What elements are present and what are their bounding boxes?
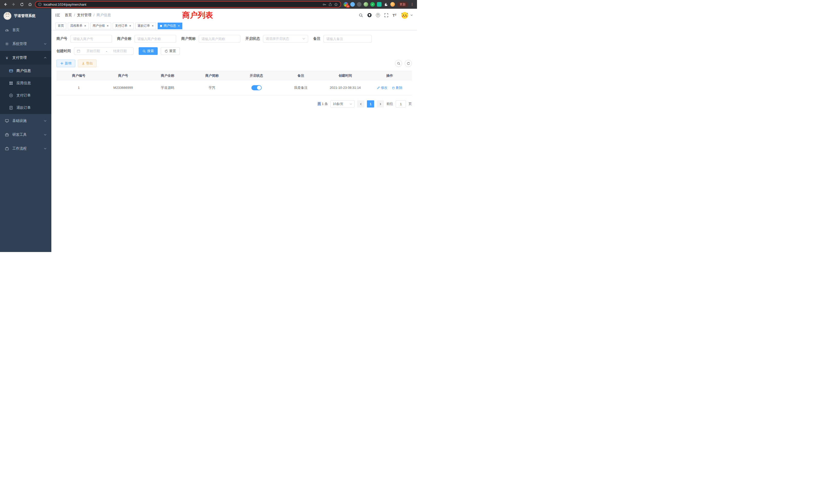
cell-merchant-short: 芋艿	[190, 80, 234, 95]
sidebar-item-infrastructure[interactable]: 基础设施	[0, 114, 51, 128]
sidebar-item-pay-order[interactable]: 支付订单	[0, 89, 51, 101]
date-end-placeholder[interactable]: 结束日期	[109, 49, 131, 53]
search-icon[interactable]	[359, 13, 363, 18]
chevron-down-icon	[44, 42, 47, 45]
tab-close-icon[interactable]: ×	[84, 24, 87, 27]
breadcrumb-separator: /	[74, 13, 75, 17]
sidebar-item-app-info[interactable]: 应用信息	[0, 77, 51, 89]
merchant-name-input[interactable]	[135, 35, 176, 43]
user-avatar-menu[interactable]	[400, 11, 413, 19]
add-button-label: 新增	[65, 61, 71, 66]
tab-label: 商户信息	[163, 24, 176, 28]
status-select[interactable]: 请选择开启状态	[263, 35, 308, 43]
share-icon[interactable]	[328, 3, 332, 6]
page-1-button[interactable]: 1	[367, 100, 374, 108]
refresh-icon	[407, 62, 410, 65]
date-start-placeholder[interactable]: 开始日期	[83, 49, 104, 53]
page-info-icon[interactable]	[38, 3, 42, 6]
cell-actions: 修改 删除	[368, 80, 412, 95]
browser-home-button[interactable]	[27, 1, 34, 8]
browser-update-button[interactable]: 更新	[397, 2, 408, 7]
browser-menu-icon[interactable]	[410, 3, 414, 6]
col-status: 开启状态	[234, 71, 279, 80]
tab-pay-order[interactable]: 支付订单 ×	[113, 23, 134, 29]
tab-merchant-info-active[interactable]: 商户信息 ×	[158, 23, 182, 29]
page-size-select[interactable]: 10条/页	[330, 100, 355, 108]
github-icon[interactable]	[367, 13, 372, 18]
merchant-no-input[interactable]	[70, 35, 112, 43]
remark-input[interactable]	[324, 35, 372, 43]
merchant-short-input[interactable]	[199, 35, 240, 43]
password-key-icon[interactable]	[323, 3, 326, 6]
navbar: 首页 / 支付管理 / 商户信息 商户列表 ?	[51, 9, 417, 22]
pencil-icon	[377, 86, 380, 89]
edit-link[interactable]: 修改	[377, 86, 388, 90]
tab-close-icon[interactable]: ×	[129, 24, 131, 27]
hamburger-icon[interactable]	[56, 13, 60, 17]
sidebar-item-label: 首页	[12, 28, 47, 32]
reset-button[interactable]: 重置	[161, 47, 180, 55]
extension-check-icon[interactable]: ✓	[370, 2, 375, 7]
delete-link-label: 删除	[396, 86, 402, 90]
sidebar-item-system[interactable]: 系统管理	[0, 37, 51, 51]
breadcrumb-item[interactable]: 支付管理	[77, 13, 91, 18]
screen: localhost:1024/pay/merchant 10 ✓	[0, 0, 417, 252]
add-button[interactable]: 新增	[57, 60, 75, 67]
browser-reload-button[interactable]	[19, 1, 25, 8]
status-toggle[interactable]	[251, 85, 262, 90]
check-glyph: ✓	[371, 3, 374, 6]
sidebar-item-refund-order[interactable]: 退款订单	[0, 101, 51, 114]
filter-remark: 备注	[313, 35, 372, 43]
bookmark-star-icon[interactable]	[334, 3, 338, 6]
create-time-range-picker[interactable]: 开始日期 - 结束日期	[74, 47, 133, 55]
total-suffix: 条	[325, 102, 328, 106]
refresh-table-button[interactable]	[405, 60, 412, 67]
tab-close-icon[interactable]: ×	[107, 24, 109, 27]
extension-icon-3[interactable]	[357, 2, 361, 7]
next-page-button[interactable]	[377, 100, 384, 108]
filter-label: 商户全称	[117, 37, 135, 41]
tab-label: 退款订单	[138, 24, 150, 28]
extension-icon-6[interactable]	[377, 2, 381, 7]
search-button[interactable]: 搜索	[139, 47, 158, 55]
font-size-icon[interactable]: TT	[393, 13, 396, 17]
sidebar-item-workflow[interactable]: 工作流程	[0, 142, 51, 156]
show-search-toggle-button[interactable]	[395, 60, 402, 67]
browser-profile-avatar[interactable]	[390, 2, 395, 7]
prev-page-button[interactable]	[357, 100, 364, 108]
export-button[interactable]: 导出	[78, 60, 96, 67]
tab-label: 首页	[58, 24, 64, 28]
sidebar-item-dev-tools[interactable]: 研发工具	[0, 128, 51, 142]
tags-view: 首页 流程表单 × 用户分组 × 支付订单 × 退款订单 ×	[51, 22, 417, 30]
goto-page-input[interactable]	[396, 100, 406, 108]
fullscreen-icon[interactable]	[384, 13, 389, 18]
extension-badge: 10	[346, 5, 350, 8]
tab-close-icon[interactable]: ×	[152, 24, 154, 27]
filter-label: 创建时间	[57, 49, 74, 53]
puzzle-extensions-icon[interactable]	[383, 2, 388, 7]
back-arrow-icon	[3, 2, 7, 6]
breadcrumb-item[interactable]: 首页	[65, 13, 72, 18]
extension-icon-2[interactable]	[350, 2, 355, 7]
sidebar-item-payment[interactable]: ¥ 支付管理	[0, 51, 51, 65]
tab-user-group[interactable]: 用户分组 ×	[90, 23, 111, 29]
browser-back-button[interactable]	[2, 1, 9, 8]
sidebar-item-merchant-info[interactable]: 商户信息	[0, 65, 51, 77]
tab-process-form[interactable]: 流程表单 ×	[68, 23, 89, 29]
delete-link[interactable]: 删除	[392, 86, 402, 90]
filter-merchant-short: 商户简称	[181, 35, 240, 43]
sidebar-item-home[interactable]: 首页	[0, 23, 51, 37]
address-bar[interactable]: localhost:1024/pay/merchant	[35, 1, 341, 8]
tab-refund-order[interactable]: 退款订单 ×	[135, 23, 156, 29]
extension-icon-4[interactable]	[364, 2, 368, 7]
sidebar-logo[interactable]: 芋道管理系统	[0, 9, 51, 23]
help-icon[interactable]: ?	[376, 13, 380, 17]
reload-icon	[20, 3, 24, 6]
extension-icon-1[interactable]: 10	[344, 2, 348, 7]
browser-forward-button[interactable]	[10, 1, 17, 8]
url-text[interactable]: localhost:1024/pay/merchant	[44, 3, 321, 6]
tab-close-icon[interactable]: ×	[177, 24, 180, 27]
chevron-down-icon	[44, 133, 47, 136]
toolbar-right	[395, 60, 412, 67]
tab-home[interactable]: 首页	[56, 23, 66, 29]
